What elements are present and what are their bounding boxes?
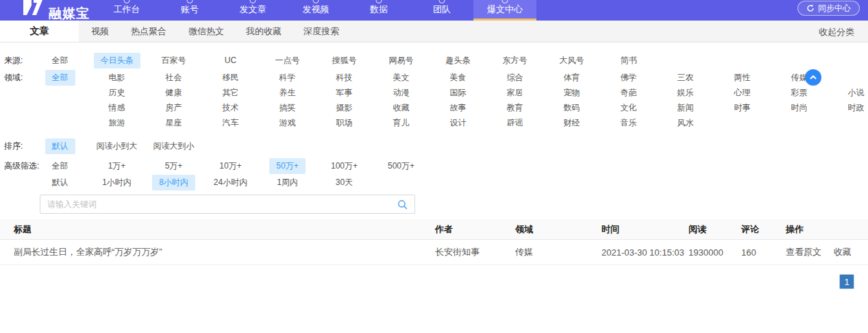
field-option-设计[interactable]: 设计 (430, 115, 486, 131)
field-option-星座[interactable]: 星座 (145, 115, 202, 131)
field-option-国际[interactable]: 国际 (430, 85, 486, 101)
sort-option-默认[interactable]: 默认 (32, 138, 88, 154)
collapse-categories-toggle[interactable]: 收起分类 (819, 26, 854, 38)
field-option-彩票[interactable]: 彩票 (771, 85, 828, 101)
field-option-教育[interactable]: 教育 (486, 100, 543, 116)
field-option-技术[interactable]: 技术 (202, 100, 259, 116)
nav-item-发视频[interactable]: 发视频 (284, 0, 347, 21)
source-option-东方号[interactable]: 东方号 (486, 53, 543, 69)
page-1-button[interactable]: 1 (839, 274, 854, 289)
field-option-其它[interactable]: 其它 (202, 85, 259, 101)
time-option-默认[interactable]: 默认 (32, 175, 88, 190)
field-option-宠物[interactable]: 宠物 (543, 85, 600, 101)
field-option-两性[interactable]: 两性 (714, 70, 771, 86)
field-option-时尚[interactable]: 时尚 (771, 100, 828, 116)
field-option-动漫[interactable]: 动漫 (373, 85, 430, 101)
source-option-网易号[interactable]: 网易号 (373, 53, 430, 69)
collapse-filters-button[interactable] (805, 69, 821, 86)
nav-item-团队[interactable]: 团队 (410, 0, 473, 21)
field-option-汽车[interactable]: 汽车 (202, 115, 259, 131)
field-option-摄影[interactable]: 摄影 (316, 100, 373, 116)
field-option-科技[interactable]: 科技 (316, 70, 373, 86)
field-option-房产[interactable]: 房产 (145, 100, 202, 116)
field-option-收藏[interactable]: 收藏 (373, 100, 430, 116)
field-option-社会[interactable]: 社会 (145, 70, 202, 86)
source-option-趣头条[interactable]: 趣头条 (430, 53, 486, 69)
field-option-科学[interactable]: 科学 (259, 70, 316, 86)
field-option-时政[interactable]: 时政 (828, 100, 868, 116)
view-original-link[interactable]: 查看原文 (786, 247, 821, 257)
tab-视频[interactable]: 视频 (91, 25, 109, 38)
tab-深度搜索[interactable]: 深度搜索 (303, 25, 339, 38)
field-option-军事[interactable]: 军事 (316, 85, 373, 101)
source-option-UC[interactable]: UC (202, 53, 259, 67)
field-option-音乐[interactable]: 音乐 (600, 115, 657, 131)
read-option-10万+[interactable]: 10万+ (202, 158, 259, 174)
time-option-24小时内[interactable]: 24小时内 (202, 175, 259, 190)
tab-我的收藏[interactable]: 我的收藏 (246, 25, 282, 38)
field-option-美文[interactable]: 美文 (373, 70, 430, 86)
source-option-一点号[interactable]: 一点号 (259, 53, 316, 69)
field-option-故事[interactable]: 故事 (430, 100, 486, 116)
nav-item-账号[interactable]: 账号 (158, 0, 221, 21)
field-option-时事[interactable]: 时事 (714, 100, 771, 116)
field-option-移民[interactable]: 移民 (202, 70, 259, 86)
search-icon[interactable] (397, 199, 408, 210)
field-option-养生[interactable]: 养生 (259, 85, 316, 101)
field-option-电影[interactable]: 电影 (88, 70, 145, 86)
read-option-50万+[interactable]: 50万+ (259, 158, 316, 174)
field-option-综合[interactable]: 综合 (486, 70, 543, 86)
nav-item-工作台[interactable]: 工作台 (95, 0, 158, 21)
nav-item-爆文中心[interactable]: 爆文中心 (473, 0, 536, 21)
field-option-旅游[interactable]: 旅游 (88, 115, 145, 131)
source-option-简书[interactable]: 简书 (600, 53, 657, 69)
field-option-风水[interactable]: 风水 (657, 115, 714, 131)
field-option-辟谣[interactable]: 辟谣 (486, 115, 543, 131)
field-option-育儿[interactable]: 育儿 (373, 115, 430, 131)
field-option-全部[interactable]: 全部 (32, 70, 88, 86)
collect-link[interactable]: 收藏 (834, 247, 852, 257)
source-option-全部[interactable]: 全部 (32, 53, 88, 69)
source-option-今日头条[interactable]: 今日头条 (88, 53, 145, 69)
time-option-1周内[interactable]: 1周内 (259, 175, 316, 190)
field-option-体育[interactable]: 体育 (543, 70, 600, 86)
source-option-百家号[interactable]: 百家号 (145, 53, 202, 69)
field-option-新闻[interactable]: 新闻 (657, 100, 714, 116)
field-option-情感[interactable]: 情感 (88, 100, 145, 116)
read-option-全部[interactable]: 全部 (32, 158, 88, 174)
field-option-游戏[interactable]: 游戏 (259, 115, 316, 131)
read-option-500万+[interactable]: 500万+ (373, 158, 430, 174)
field-option-搞笑[interactable]: 搞笑 (259, 100, 316, 116)
field-option-财经[interactable]: 财经 (543, 115, 600, 131)
field-option-娱乐[interactable]: 娱乐 (657, 85, 714, 101)
field-option-佛学[interactable]: 佛学 (600, 70, 657, 86)
field-option-健康[interactable]: 健康 (145, 85, 202, 101)
nav-item-数据[interactable]: 数据 (347, 0, 410, 21)
field-option-心理[interactable]: 心理 (714, 85, 771, 101)
field-option-小说[interactable]: 小说 (828, 85, 868, 101)
read-option-100万+[interactable]: 100万+ (316, 158, 373, 174)
source-option-大风号[interactable]: 大风号 (543, 53, 600, 69)
field-option-奇葩[interactable]: 奇葩 (600, 85, 657, 101)
search-input[interactable] (40, 199, 397, 209)
time-option-8小时内[interactable]: 8小时内 (145, 175, 202, 190)
tab-微信热文[interactable]: 微信热文 (188, 25, 224, 38)
field-option-历史[interactable]: 历史 (88, 85, 145, 101)
source-option-搜狐号[interactable]: 搜狐号 (316, 53, 373, 69)
nav-item-发文章[interactable]: 发文章 (221, 0, 284, 21)
sort-option-阅读小到大[interactable]: 阅读小到大 (88, 138, 145, 154)
sync-center-button[interactable]: 同步中心 (797, 1, 860, 16)
tab-热点聚合[interactable]: 热点聚合 (131, 25, 166, 38)
time-option-1小时内[interactable]: 1小时内 (88, 175, 145, 190)
sort-option-阅读大到小[interactable]: 阅读大到小 (145, 138, 202, 154)
field-option-职场[interactable]: 职场 (316, 115, 373, 131)
field-option-数码[interactable]: 数码 (543, 100, 600, 116)
field-option-三农[interactable]: 三农 (657, 70, 714, 86)
time-option-30天[interactable]: 30天 (316, 175, 373, 190)
read-option-1万+[interactable]: 1万+ (88, 158, 145, 174)
field-option-美食[interactable]: 美食 (430, 70, 486, 86)
tab-文章[interactable]: 文章 (0, 21, 79, 42)
read-option-5万+[interactable]: 5万+ (145, 158, 202, 174)
field-option-文化[interactable]: 文化 (600, 100, 657, 116)
field-option-家居[interactable]: 家居 (486, 85, 543, 101)
